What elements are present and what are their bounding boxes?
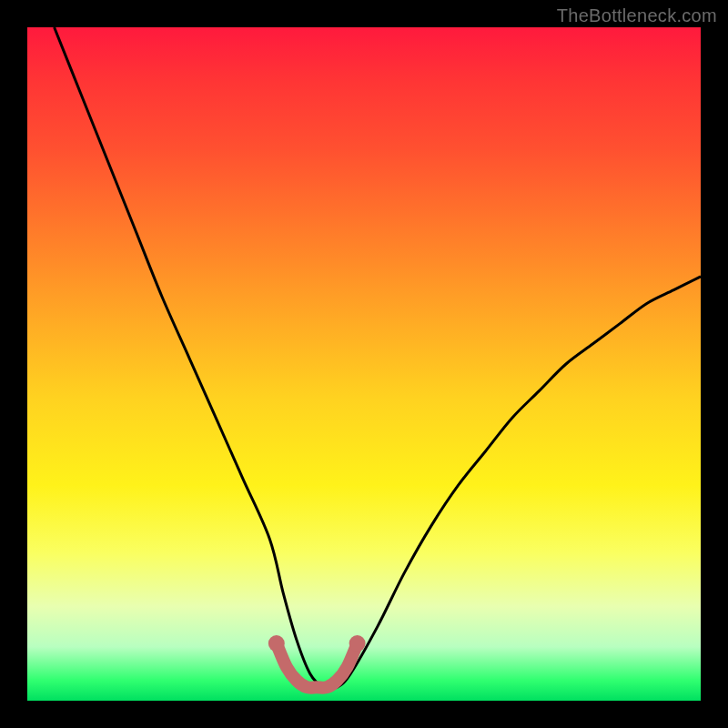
watermark-text: TheBottleneck.com (557, 5, 717, 26)
highlight-valley (277, 643, 358, 688)
bottleneck-curve (55, 27, 701, 689)
highlight-end-dot (349, 635, 366, 652)
plot-area (27, 27, 701, 701)
curve-layer (27, 27, 701, 701)
chart-frame: TheBottleneck.com (0, 0, 728, 728)
highlight-end-dot (268, 635, 285, 652)
